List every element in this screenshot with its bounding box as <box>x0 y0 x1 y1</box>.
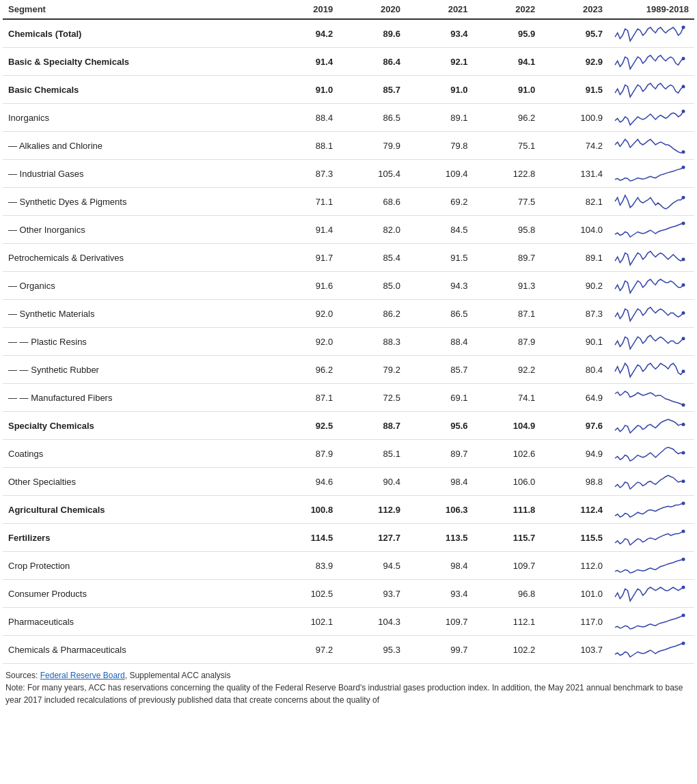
cell-value: 113.5 <box>406 524 474 552</box>
cell-value: 85.1 <box>338 440 406 468</box>
table-row: — Organics91.685.094.391.390.2 <box>3 272 694 300</box>
cell-sparkline <box>608 580 694 608</box>
cell-sparkline <box>608 384 694 412</box>
table-row: Inorganics88.486.589.196.2100.9 <box>3 104 694 132</box>
cell-segment-label: — Synthetic Dyes & Pigments <box>3 188 271 216</box>
svg-point-14 <box>682 423 685 426</box>
cell-value: 112.0 <box>541 552 608 580</box>
cell-sparkline <box>608 244 694 272</box>
cell-value: 90.1 <box>541 328 608 356</box>
svg-point-18 <box>682 530 685 533</box>
cell-value: 69.1 <box>406 384 474 412</box>
cell-segment-label: Agricultural Chemicals <box>3 496 271 524</box>
cell-value: 86.5 <box>338 104 406 132</box>
cell-value: 91.3 <box>474 272 541 300</box>
table-row: Coatings87.985.189.7102.694.9 <box>3 440 694 468</box>
cell-value: 91.0 <box>474 76 541 104</box>
cell-value: 96.2 <box>474 104 541 132</box>
cell-value: 77.5 <box>474 188 541 216</box>
cell-value: 94.3 <box>406 272 474 300</box>
cell-segment-label: — — Manufactured Fibers <box>3 384 271 412</box>
svg-point-4 <box>682 150 685 154</box>
cell-value: 101.0 <box>541 580 608 608</box>
svg-point-12 <box>682 369 685 373</box>
cell-value: 94.6 <box>271 468 338 496</box>
cell-value: 90.2 <box>541 272 608 300</box>
table-row: Basic & Specialty Chemicals91.486.492.19… <box>3 48 694 76</box>
cell-value: 92.2 <box>474 356 541 384</box>
cell-value: 86.2 <box>338 300 406 328</box>
col-header-segment: Segment <box>3 0 271 19</box>
table-row: — Synthetic Materials92.086.286.587.187.… <box>3 300 694 328</box>
cell-value: 87.1 <box>474 300 541 328</box>
sources-link[interactable]: Federal Reserve Board <box>40 671 125 680</box>
cell-value: 87.9 <box>474 328 541 356</box>
cell-segment-label: Consumer Products <box>3 580 271 608</box>
svg-point-16 <box>682 479 685 483</box>
table-row: — Industrial Gases87.3105.4109.4122.8131… <box>3 160 694 188</box>
cell-sparkline <box>608 48 694 76</box>
cell-segment-label: — Industrial Gases <box>3 160 271 188</box>
svg-point-6 <box>682 196 685 199</box>
table-row: Consumer Products102.593.793.496.8101.0 <box>3 580 694 608</box>
table-row: — Other Inorganics91.482.084.595.8104.0 <box>3 216 694 244</box>
cell-value: 89.1 <box>406 104 474 132</box>
sources-rest: , Supplemental ACC analysis <box>125 671 231 680</box>
cell-value: 106.3 <box>406 496 474 524</box>
svg-point-13 <box>682 404 685 407</box>
cell-segment-label: Coatings <box>3 440 271 468</box>
cell-value: 82.1 <box>541 188 608 216</box>
cell-value: 94.2 <box>271 19 338 48</box>
cell-value: 92.0 <box>271 328 338 356</box>
cell-segment-label: Specialty Chemicals <box>3 412 271 440</box>
cell-value: 112.9 <box>338 496 406 524</box>
cell-value: 86.4 <box>338 48 406 76</box>
svg-point-20 <box>682 586 685 589</box>
cell-sparkline <box>608 300 694 328</box>
cell-value: 92.1 <box>406 48 474 76</box>
svg-point-0 <box>682 26 685 29</box>
cell-segment-label: Chemicals (Total) <box>3 19 271 48</box>
cell-sparkline <box>608 76 694 104</box>
cell-value: 127.7 <box>338 524 406 552</box>
cell-value: 79.8 <box>406 132 474 160</box>
col-header-2022: 2022 <box>474 0 541 19</box>
table-row: — — Manufactured Fibers87.172.569.174.16… <box>3 384 694 412</box>
cell-value: 91.4 <box>271 216 338 244</box>
cell-value: 122.8 <box>474 160 541 188</box>
cell-value: 72.5 <box>338 384 406 412</box>
cell-value: 69.2 <box>406 188 474 216</box>
cell-value: 91.6 <box>271 272 338 300</box>
cell-value: 87.9 <box>271 440 338 468</box>
table-row: Basic Chemicals91.085.791.091.091.5 <box>3 76 694 104</box>
cell-value: 100.9 <box>541 104 608 132</box>
cell-sparkline <box>608 356 694 384</box>
cell-value: 92.0 <box>271 300 338 328</box>
svg-point-8 <box>682 257 685 261</box>
cell-sparkline <box>608 608 694 636</box>
cell-value: 79.9 <box>338 132 406 160</box>
cell-value: 85.7 <box>338 76 406 104</box>
cell-sparkline <box>608 412 694 440</box>
cell-value: 92.9 <box>541 48 608 76</box>
cell-value: 98.4 <box>406 468 474 496</box>
cell-value: 100.8 <box>271 496 338 524</box>
cell-value: 80.4 <box>541 356 608 384</box>
cell-value: 92.5 <box>271 412 338 440</box>
cell-value: 114.5 <box>271 524 338 552</box>
cell-sparkline <box>608 104 694 132</box>
col-header-2021: 2021 <box>406 0 474 19</box>
cell-sparkline <box>608 132 694 160</box>
cell-value: 102.2 <box>474 636 541 664</box>
cell-value: 96.8 <box>474 580 541 608</box>
cell-value: 75.1 <box>474 132 541 160</box>
svg-point-5 <box>682 166 685 169</box>
col-header-2023: 2023 <box>541 0 608 19</box>
cell-value: 117.0 <box>541 608 608 636</box>
cell-value: 104.3 <box>338 608 406 636</box>
table-row: Petrochemicals & Derivatives91.785.491.5… <box>3 244 694 272</box>
cell-value: 64.9 <box>541 384 608 412</box>
footer: Sources: Federal Reserve Board, Suppleme… <box>3 664 694 712</box>
cell-value: 115.7 <box>474 524 541 552</box>
cell-value: 93.4 <box>406 580 474 608</box>
